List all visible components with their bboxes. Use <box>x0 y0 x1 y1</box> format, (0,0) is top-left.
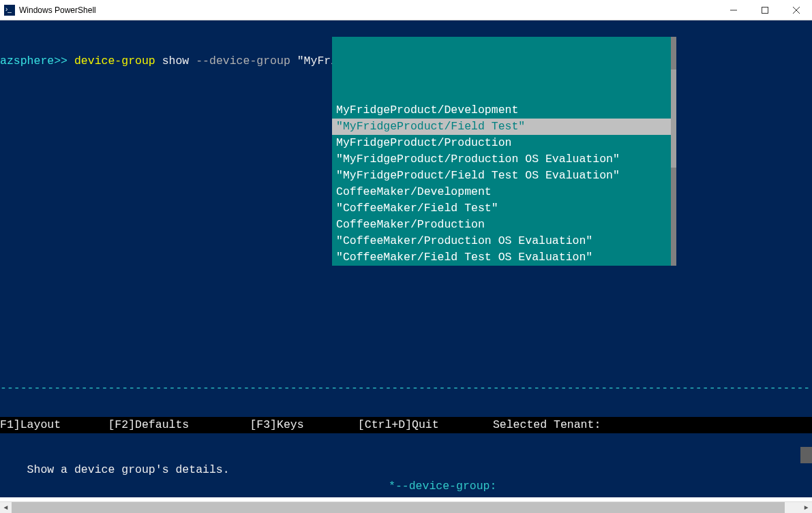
subcommand: show <box>162 53 196 69</box>
status-f1[interactable]: F1]Layout <box>0 418 61 431</box>
window-title: Windows PowerShell <box>19 5 718 15</box>
completion-item[interactable]: CoffeeMaker/Development <box>332 184 671 200</box>
status-f3[interactable]: [F3]Keys <box>250 418 303 431</box>
divider: ----------------------------------------… <box>0 380 812 397</box>
flag: --device-group <box>196 53 297 69</box>
maximize-button[interactable] <box>749 0 781 20</box>
scroll-left-arrow[interactable]: ◄ <box>0 502 12 514</box>
svg-rect-1 <box>762 7 768 13</box>
window-controls <box>718 0 812 20</box>
close-button[interactable] <box>781 0 812 20</box>
scroll-right-arrow[interactable]: ► <box>800 502 812 514</box>
terminal-area[interactable]: azsphere>> device-group show --device-gr… <box>0 20 812 497</box>
status-tenant: Selected Tenant: <box>493 418 601 431</box>
completion-item[interactable]: "CoffeeMaker/Field Test" <box>332 200 671 217</box>
status-bar: F1]Layout [F2]Defaults [F3]Keys [Ctrl+D]… <box>0 417 812 433</box>
prompt-prefix: azsphere>> <box>0 53 74 69</box>
status-f2[interactable]: [F2]Defaults <box>108 418 189 431</box>
help-row: Show a device group's details. *--device… <box>0 446 812 497</box>
scroll-track[interactable] <box>12 502 800 513</box>
completion-item[interactable]: "MyFridgeProduct/Field Test OS Evaluatio… <box>332 168 671 184</box>
vertical-scroll-indicator[interactable] <box>800 447 812 463</box>
window-titlebar: Windows PowerShell <box>0 0 812 20</box>
help-left: Show a device group's details. <box>27 463 230 476</box>
completion-item[interactable]: MyFridgeProduct/Development <box>332 102 671 119</box>
completion-item[interactable]: "MyFridgeProduct/Production OS Evaluatio… <box>332 151 671 168</box>
help-flag: *--device-group: <box>389 478 496 495</box>
horizontal-scrollbar[interactable]: ◄ ► <box>0 501 812 513</box>
status-quit[interactable]: [Ctrl+D]Quit <box>358 418 439 431</box>
scroll-thumb[interactable] <box>12 502 785 513</box>
completion-item[interactable]: MyFridgeProduct/Production <box>332 135 671 151</box>
completion-item[interactable]: "MyFridgeProduct/Field Test" <box>332 119 671 135</box>
minimize-button[interactable] <box>718 0 749 20</box>
completion-item[interactable]: CoffeeMaker/Production <box>332 217 671 233</box>
completion-item[interactable]: "CoffeeMaker/Field Test OS Evaluation" <box>332 249 671 266</box>
command-word: device-group <box>74 53 162 69</box>
completion-menu[interactable]: MyFridgeProduct/Development"MyFridgeProd… <box>332 37 671 266</box>
powershell-icon <box>4 5 15 16</box>
completion-item[interactable]: "CoffeeMaker/Production OS Evaluation" <box>332 233 671 249</box>
completion-scrollbar-thumb[interactable] <box>671 69 676 168</box>
